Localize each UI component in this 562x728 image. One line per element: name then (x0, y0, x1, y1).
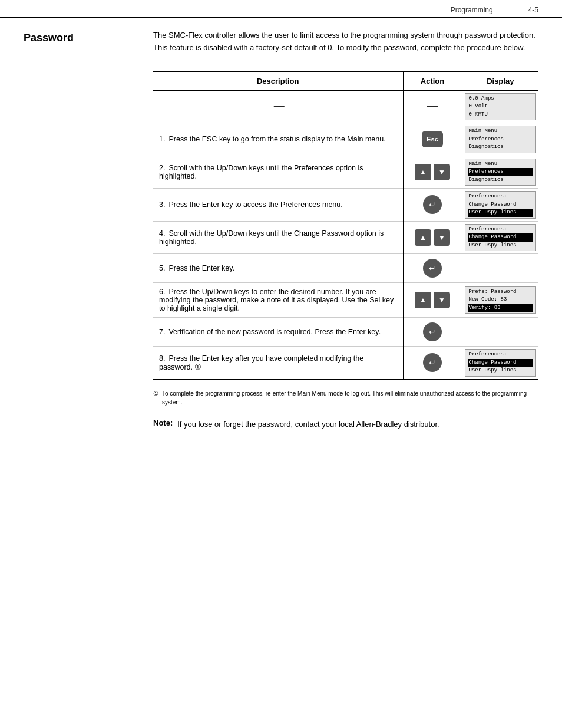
footnote-symbol: ① (153, 389, 158, 407)
note-text: If you lose or forget the password, cont… (177, 419, 439, 431)
action-cell: ↵ (403, 347, 462, 380)
display-line: 0.0 Amps (468, 95, 534, 103)
display-line: 0 Volt (468, 103, 534, 111)
col-header-action: Action (403, 71, 462, 91)
page-header: Programming 4-5 (0, 0, 562, 18)
col-header-description: Description (153, 71, 403, 91)
step-number: 6. (159, 288, 165, 296)
display-line: Preferences: (468, 351, 534, 359)
display-line: Preferences: (468, 193, 534, 201)
display-cell (462, 318, 538, 347)
display-line: Preferences (468, 168, 534, 176)
section-title: Password (24, 32, 141, 44)
desc-cell: 8.Press the Enter key after you have com… (153, 347, 403, 380)
action-cell: ▲ ▼ (403, 156, 462, 189)
arrow-buttons: ▲ ▼ (415, 229, 450, 246)
display-line: Change Password (468, 233, 534, 242)
header-page: 4-5 (528, 6, 538, 14)
procedure-table: Description Action Display ——0.0 Amps 0 … (153, 71, 538, 380)
footnote-text: To complete the programming process, re-… (162, 389, 538, 407)
desc-cell: — (153, 90, 403, 123)
display-box: Preferences:Change PasswordUser Dspy lin… (465, 224, 537, 252)
desc-cell: 6.Press the Up/Down keys to enter the de… (153, 283, 403, 318)
display-cell: Main MenuPreferencesDiagnostics (462, 123, 538, 156)
up-arrow-button[interactable]: ▲ (415, 229, 431, 246)
display-cell: Main MenuPreferencesDiagnostics (462, 156, 538, 189)
desc-cell: 2.Scroll with the Up/Down keys until the… (153, 156, 403, 189)
display-line: New Code: 83 (468, 296, 534, 304)
table-row: 5.Press the Enter key.↵ (153, 254, 538, 283)
display-line: User Dspy lines (468, 242, 534, 250)
table-row: 2.Scroll with the Up/Down keys until the… (153, 156, 538, 189)
action-cell: ▲ ▼ (403, 283, 462, 318)
display-line: Verify: 83 (468, 304, 534, 312)
step-number: 7. (159, 328, 165, 336)
display-cell: Preferences:Change PasswordUser Dspy lin… (462, 347, 538, 380)
display-line: User Dspy lines (468, 367, 534, 375)
display-cell (462, 254, 538, 283)
display-line: User Dspy lines (468, 209, 534, 217)
enter-button[interactable]: ↵ (423, 353, 442, 372)
down-arrow-button[interactable]: ▼ (434, 164, 450, 180)
table-row: 6.Press the Up/Down keys to enter the de… (153, 283, 538, 318)
desc-cell: 3.Press the Enter key to access the Pref… (153, 189, 403, 222)
step-number: 2. (159, 164, 165, 172)
up-arrow-button[interactable]: ▲ (415, 292, 431, 308)
action-cell: ↵ (403, 254, 462, 283)
display-line: Main Menu (468, 160, 534, 169)
main-content: Password The SMC-Flex controller allows … (0, 18, 562, 442)
display-box: Main MenuPreferencesDiagnostics (465, 159, 537, 186)
enter-button[interactable]: ↵ (423, 195, 442, 214)
step-number: 8. (159, 354, 165, 363)
step-number: 1. (159, 135, 165, 143)
note-section: Note: If you lose or forget the password… (153, 419, 538, 431)
right-section: The SMC-Flex controller allows the user … (153, 29, 538, 430)
table-row: ——0.0 Amps 0 Volt 0 %MTU (153, 90, 538, 123)
arrow-buttons: ▲ ▼ (415, 292, 450, 308)
desc-cell: 4.Scroll with the Up/Down keys until the… (153, 221, 403, 254)
arrow-buttons: ▲ ▼ (415, 164, 450, 180)
display-line: Diagnostics (468, 176, 534, 185)
up-arrow-button[interactable]: ▲ (415, 164, 431, 180)
display-box: Preferences:Change PasswordUser Dspy lin… (465, 349, 537, 377)
step-number: 3. (159, 200, 165, 209)
down-arrow-button[interactable]: ▼ (434, 292, 450, 308)
display-box: Main MenuPreferencesDiagnostics (465, 126, 537, 153)
display-line: Main Menu (468, 127, 534, 136)
col-header-display: Display (462, 71, 538, 91)
desc-cell: 7.Verification of the new password is re… (153, 318, 403, 347)
table-row: 3.Press the Enter key to access the Pref… (153, 189, 538, 222)
display-cell: Preferences:Change PasswordUser Dspy lin… (462, 221, 538, 254)
header-section: Programming (451, 6, 493, 14)
note-label: Note: (153, 419, 173, 431)
desc-cell: 1.Press the ESC key to go from the statu… (153, 123, 403, 156)
enter-button[interactable]: ↵ (423, 322, 442, 341)
table-row: 4.Scroll with the Up/Down keys until the… (153, 221, 538, 254)
display-line: 0 %MTU (468, 111, 534, 119)
display-line: Preferences (468, 136, 534, 144)
footnote: ① To complete the programming process, r… (153, 389, 538, 407)
display-cell: Preferences:Change PasswordUser Dspy lin… (462, 189, 538, 222)
display-line: Diagnostics (468, 143, 534, 151)
action-cell: — (403, 90, 462, 123)
display-cell: 0.0 Amps 0 Volt 0 %MTU (462, 90, 538, 123)
display-box: Prefs: PasswordNew Code: 83Verify: 83 (465, 286, 537, 314)
enter-button[interactable]: ↵ (423, 259, 442, 278)
down-arrow-button[interactable]: ▼ (434, 229, 450, 246)
display-box: Preferences:Change PasswordUser Dspy lin… (465, 191, 537, 219)
step-number: 4. (159, 229, 165, 238)
display-line: Change Password (468, 201, 534, 209)
table-row: 1.Press the ESC key to go from the statu… (153, 123, 538, 156)
display-box: 0.0 Amps 0 Volt 0 %MTU (465, 93, 537, 121)
table-row: 7.Verification of the new password is re… (153, 318, 538, 347)
display-line: Prefs: Password (468, 288, 534, 297)
intro-text: The SMC-Flex controller allows the user … (153, 29, 538, 54)
display-line: Change Password (468, 359, 534, 367)
step-number: 5. (159, 264, 165, 272)
table-row: 8.Press the Enter key after you have com… (153, 347, 538, 380)
action-cell: ↵ (403, 189, 462, 222)
display-cell: Prefs: PasswordNew Code: 83Verify: 83 (462, 283, 538, 318)
left-section: Password (24, 29, 141, 430)
esc-button[interactable]: Esc (422, 131, 443, 147)
action-cell: Esc (403, 123, 462, 156)
